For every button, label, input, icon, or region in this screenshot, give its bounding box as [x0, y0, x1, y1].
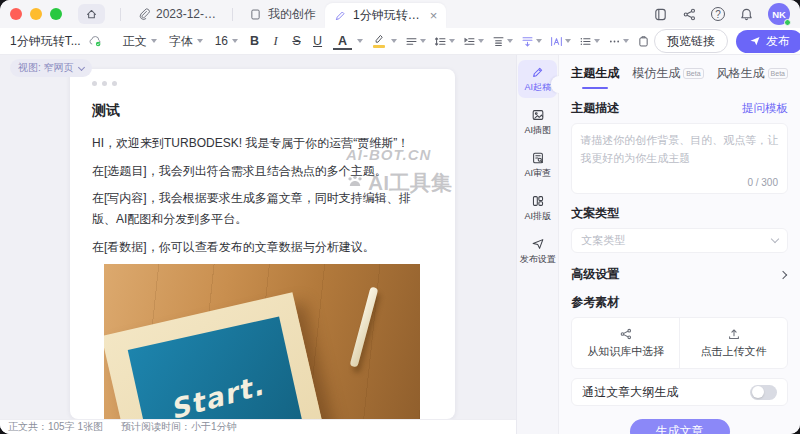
advanced-settings-row[interactable]: 高级设置 [571, 266, 788, 283]
font-family-dropdown[interactable]: 字体 [169, 33, 203, 50]
insert-below-icon [521, 35, 534, 48]
page-dots [92, 81, 433, 86]
paperclip-icon [137, 8, 150, 21]
close-tab-icon[interactable]: × [430, 9, 438, 22]
line-spacing-button[interactable] [434, 35, 455, 48]
publish-button[interactable]: 发布 [736, 30, 800, 53]
vertical-align-button[interactable] [492, 35, 513, 48]
more-button[interactable] [608, 35, 629, 48]
editor-region: 视图: 窄网页 测试 HI，欢迎来到TURBODESK! 我是专属于你的运营“贾… [0, 55, 516, 434]
divider [232, 8, 233, 21]
strip-item-publish-settings[interactable]: 发布设置 [518, 232, 557, 270]
chevron-down-icon [151, 39, 157, 43]
select-from-knowledge-base-button[interactable]: 从知识库中选择 [572, 318, 679, 368]
document-heading[interactable]: 测试 [92, 102, 433, 120]
notebook-icon[interactable] [653, 7, 668, 22]
paragraph-style-dropdown[interactable]: 正文 [123, 33, 157, 50]
minimize-window-button[interactable] [30, 8, 42, 20]
send-icon [749, 35, 761, 47]
strip-item-ai-illustration[interactable]: AI插图 [518, 103, 557, 141]
share-nodes-icon[interactable] [682, 7, 697, 22]
document-image-start-sign[interactable]: Start. [104, 264, 420, 419]
tab-topic-generation[interactable]: 主题生成 [571, 65, 619, 82]
tab-style-generation[interactable]: 风格生成 Beta [717, 65, 788, 82]
topic-description-input[interactable] [572, 124, 787, 174]
chevron-down-icon [420, 39, 426, 43]
preview-link-button[interactable]: 预览链接 [654, 29, 728, 53]
knowledge-base-icon [619, 327, 633, 341]
generate-article-button[interactable]: 生成文章 [630, 419, 730, 434]
ai-format-button[interactable] [550, 35, 571, 48]
copy-type-select[interactable]: 文案类型 [571, 228, 788, 253]
chevron-down-icon [232, 39, 238, 43]
ai-tool-strip: AI起稿 AI插图 AI审查 AI排版 发布设置 [516, 55, 559, 434]
vertical-align-icon [492, 35, 505, 48]
insert-below-button[interactable] [521, 35, 542, 48]
chevron-down-icon [565, 39, 571, 43]
ai-format-icon [550, 35, 563, 48]
document-paragraph[interactable]: HI，欢迎来到TURBODESK! 我是专属于你的运营“贾维斯”！ [92, 133, 433, 154]
bold-button[interactable]: B [245, 32, 264, 50]
underline-button[interactable]: U [308, 32, 327, 50]
maximize-window-button[interactable] [50, 8, 62, 20]
layout-icon [531, 194, 545, 208]
chevron-down-icon [594, 39, 600, 43]
document-paragraph[interactable]: 在[写内容]，我会根据要求生成多篇文章，同时支持编辑、排版、AI配图和分发到多平… [92, 188, 433, 229]
highlight-button[interactable] [371, 34, 397, 48]
generation-panel: 主题生成 模仿生成 Beta 风格生成 Beta 主题描述 提问模板 0 / 3… [559, 55, 800, 434]
tab-document-2023-12[interactable]: 2023-12-… [128, 0, 225, 28]
tab-current-article[interactable]: 1分钟玩转… × [325, 3, 446, 28]
italic-button[interactable]: I [266, 32, 285, 50]
chevron-down-icon [623, 39, 629, 43]
close-window-button[interactable] [10, 8, 22, 20]
window-controls [10, 8, 62, 20]
bell-icon[interactable] [739, 7, 754, 22]
indent-button[interactable] [463, 35, 484, 48]
app-window: 2023-12-… 我的创作 1分钟玩转… × [0, 0, 800, 434]
bullet-list-button[interactable] [579, 35, 600, 48]
chevron-down-icon [197, 39, 203, 43]
strip-item-ai-review[interactable]: AI审查 [518, 146, 557, 184]
sign-text: Start. [167, 370, 268, 419]
active-tab-underline [582, 87, 608, 90]
more-icon [608, 35, 621, 48]
panel-collapse-handle[interactable] [551, 76, 559, 93]
tab-label: 1分钟玩转… [353, 7, 420, 24]
font-size-dropdown[interactable]: 16 [215, 34, 238, 48]
strip-item-ai-layout[interactable]: AI排版 [518, 189, 557, 227]
format-painter-button[interactable] [637, 35, 650, 48]
chevron-down-icon [357, 39, 363, 43]
document-icon [249, 8, 262, 21]
align-icon [405, 35, 418, 48]
document-paragraph[interactable]: 在[选题目]，我会列出符合需求且结合热点的多个主题。 [92, 161, 433, 182]
avatar[interactable]: NK [768, 3, 790, 25]
help-icon[interactable]: ? [711, 7, 725, 21]
chevron-right-icon [779, 270, 787, 278]
document-paragraph[interactable]: 在[看数据]，你可以查看发布的文章数据与分析建议。 [92, 237, 433, 258]
pen-icon [531, 65, 545, 79]
generation-tabs: 主题生成 模仿生成 Beta 风格生成 Beta [571, 62, 788, 92]
cloud-sync-icon [87, 34, 103, 48]
outline-toggle[interactable] [750, 385, 777, 400]
image-icon [531, 108, 545, 122]
chevron-down-icon [507, 39, 513, 43]
outline-toggle-row: 通过文章大纲生成 [571, 378, 788, 406]
tab-label: 2023-12-… [156, 7, 216, 21]
chevron-down-icon [391, 39, 397, 43]
topic-description-field: 0 / 300 [571, 123, 788, 194]
align-button[interactable] [405, 35, 426, 48]
home-button[interactable] [78, 4, 105, 24]
question-template-link[interactable]: 提问模板 [742, 101, 788, 116]
online-status-dot [784, 19, 791, 26]
read-time: 预计阅读时间：小于1分钟 [121, 420, 237, 434]
document-page[interactable]: 测试 HI，欢迎来到TURBODESK! 我是专属于你的运营“贾维斯”！ 在[选… [70, 69, 455, 419]
upload-file-button[interactable]: 点击上传文件 [679, 318, 787, 368]
outline-toggle-label: 通过文章大纲生成 [582, 384, 678, 401]
topic-description-label: 主题描述 [571, 100, 619, 117]
tab-imitation-generation[interactable]: 模仿生成 Beta [632, 65, 703, 82]
view-mode-pill[interactable]: 视图: 窄网页 [10, 59, 92, 77]
document-title[interactable]: 1分钟玩转T... [10, 33, 81, 50]
strikethrough-button[interactable]: S [287, 32, 306, 50]
font-color-button[interactable]: A [332, 33, 363, 50]
tab-my-creations[interactable]: 我的创作 [240, 0, 325, 28]
